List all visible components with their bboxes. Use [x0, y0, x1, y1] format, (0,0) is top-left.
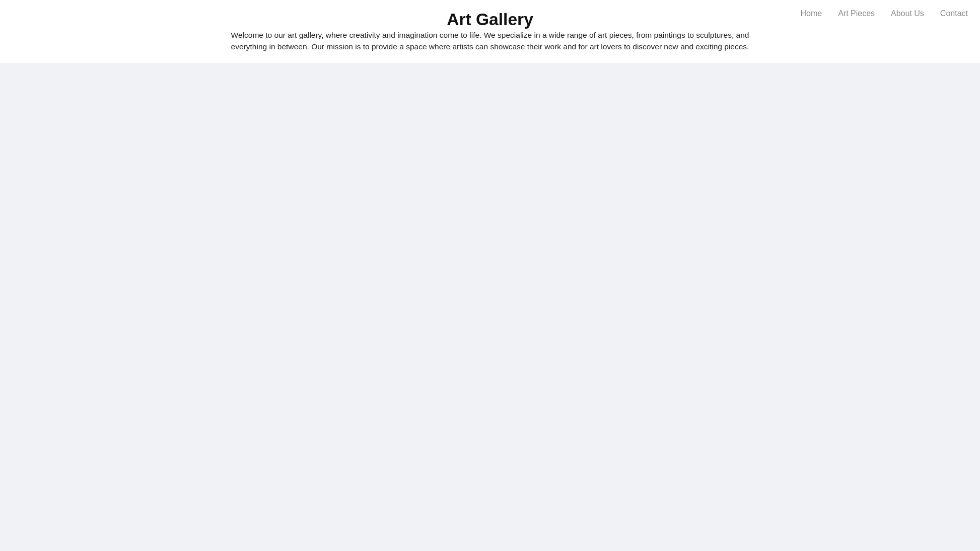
site-description: Welcome to our art gallery, where creati…: [213, 29, 767, 53]
nav-contact[interactable]: Contact: [936, 8, 972, 19]
nav-about-us[interactable]: About Us: [887, 8, 928, 19]
nav-row-top: Home Art Pieces About Us Contact: [796, 8, 972, 19]
main-content: [0, 63, 980, 87]
nav-home[interactable]: Home: [796, 8, 826, 19]
nav-art-pieces[interactable]: Art Pieces: [834, 8, 879, 19]
main-nav: Home Art Pieces About Us Contact: [796, 8, 972, 19]
site-header: Art Gallery Welcome to our art gallery, …: [0, 0, 980, 63]
